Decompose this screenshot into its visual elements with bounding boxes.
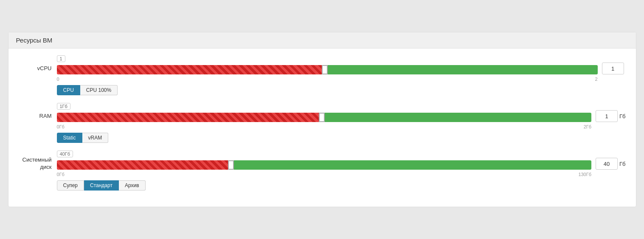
disk-slider-handle[interactable] xyxy=(228,160,234,170)
ram-slider-wrapper[interactable] xyxy=(57,111,592,123)
ram-max: 2Гб xyxy=(584,124,591,129)
ram-label: RAM xyxy=(19,113,57,120)
ram-input-wrap: Гб xyxy=(596,110,626,122)
disk-slider-track xyxy=(57,160,592,170)
ram-tab-vram[interactable]: vRAM xyxy=(82,133,109,143)
vcpu-input-wrap xyxy=(602,63,626,74)
vcpu-tab-group: CPU CPU 100% xyxy=(57,85,626,95)
ram-tab-group: Static vRAM xyxy=(57,133,626,143)
disk-slider-wrapper[interactable] xyxy=(57,159,592,171)
disk-tab-standard[interactable]: Стандарт xyxy=(84,180,119,191)
ram-slider-handle[interactable] xyxy=(319,113,325,122)
disk-slider-section: 40Гб 0Гб 130Гб xyxy=(57,151,592,177)
vcpu-min: 0 xyxy=(57,77,59,82)
disk-slider-red xyxy=(57,160,228,170)
ram-input[interactable] xyxy=(596,110,618,122)
disk-label: Системный диск xyxy=(19,156,57,171)
disk-min-max: 0Гб 130Гб xyxy=(57,172,592,177)
card-title: Ресурсы ВМ xyxy=(8,32,636,48)
disk-tabs: Супер Стандарт Архив xyxy=(57,180,626,191)
disk-tick-value: 40Гб xyxy=(57,151,73,157)
ram-slider-red xyxy=(57,113,319,122)
ram-tabs: Static vRAM xyxy=(57,133,626,143)
vcpu-row: vCPU 1 0 2 xyxy=(19,55,626,82)
vm-resources-card: Ресурсы ВМ vCPU 1 0 2 xyxy=(8,32,636,207)
disk-slider-green xyxy=(234,160,591,170)
vcpu-slider-section: 1 0 2 xyxy=(57,55,598,82)
vcpu-min-max: 0 2 xyxy=(57,77,598,82)
vcpu-slider-handle[interactable] xyxy=(322,65,328,74)
ram-min-max: 0Гб 2Гб xyxy=(57,124,592,129)
vcpu-tab-cpu[interactable]: CPU xyxy=(57,85,80,95)
disk-row: Системный диск 40Гб 0Гб 130Гб xyxy=(19,151,626,177)
ram-tick-value: 1Гб xyxy=(57,103,70,110)
vcpu-slider-red xyxy=(57,65,322,74)
vcpu-tick-value: 1 xyxy=(57,55,65,62)
disk-tab-archive[interactable]: Архив xyxy=(119,180,146,191)
vcpu-slider-green xyxy=(328,65,598,74)
vcpu-tabs: CPU CPU 100% xyxy=(57,85,626,95)
disk-block: Системный диск 40Гб 0Гб 130Гб xyxy=(19,151,626,191)
ram-block: RAM 1Гб 0Гб 2Гб xyxy=(19,103,626,143)
vcpu-max: 2 xyxy=(595,77,597,82)
vcpu-slider-wrapper[interactable] xyxy=(57,64,598,76)
vcpu-tab-cpu100[interactable]: CPU 100% xyxy=(80,85,118,95)
vcpu-slider-track xyxy=(57,65,598,74)
vcpu-block: vCPU 1 0 2 xyxy=(19,55,626,95)
disk-input[interactable] xyxy=(596,158,618,170)
vcpu-input[interactable] xyxy=(602,63,624,74)
disk-min: 0Гб xyxy=(57,172,65,177)
disk-input-wrap: Гб xyxy=(596,158,626,170)
disk-tab-group: Супер Стандарт Архив xyxy=(57,180,626,191)
card-body: vCPU 1 0 2 xyxy=(8,48,636,207)
vcpu-label: vCPU xyxy=(19,65,57,72)
ram-slider-green xyxy=(325,113,591,122)
disk-max: 130Гб xyxy=(578,172,591,177)
ram-slider-section: 1Гб 0Гб 2Гб xyxy=(57,103,592,129)
ram-min: 0Гб xyxy=(57,124,65,129)
ram-tab-static[interactable]: Static xyxy=(57,133,82,143)
disk-tab-super[interactable]: Супер xyxy=(57,180,84,191)
ram-slider-track xyxy=(57,113,592,122)
ram-row: RAM 1Гб 0Гб 2Гб xyxy=(19,103,626,129)
ram-unit: Гб xyxy=(619,113,626,120)
disk-unit: Гб xyxy=(619,161,626,167)
